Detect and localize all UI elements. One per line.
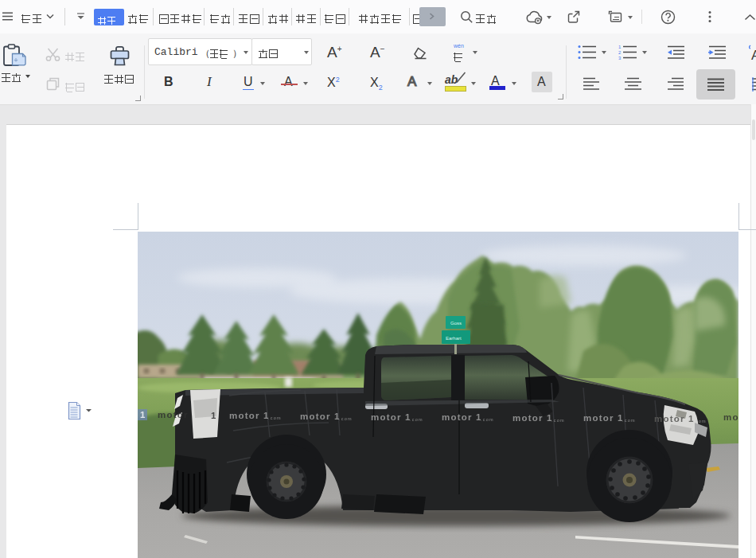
- svg-text:A: A: [751, 48, 756, 61]
- svg-text:.com: .com: [693, 419, 707, 423]
- svg-text:2: 2: [618, 50, 622, 55]
- svg-text:motor 1: motor 1: [300, 412, 341, 421]
- svg-text:motor: motor: [158, 410, 189, 419]
- svg-text:motor 1: motor 1: [442, 412, 482, 422]
- svg-text:.com: .com: [339, 416, 353, 421]
- svg-text:Goss: Goss: [450, 321, 462, 326]
- svg-text:.com: .com: [481, 417, 494, 422]
- svg-text:motor 1: motor 1: [512, 413, 553, 423]
- svg-text:3: 3: [618, 56, 622, 60]
- svg-text:motor 1: motor 1: [229, 411, 270, 420]
- svg-text:.com: .com: [551, 418, 565, 423]
- svg-text:.com: .com: [410, 417, 423, 422]
- svg-text:1: 1: [211, 411, 217, 420]
- svg-text:Earhart: Earhart: [446, 336, 462, 341]
- svg-text:1: 1: [618, 45, 622, 49]
- svg-text:motor 1: motor 1: [583, 413, 624, 423]
- svg-text:motor 1: motor 1: [371, 412, 411, 422]
- svg-text:motor 1: motor 1: [654, 414, 695, 423]
- svg-text:.com: .com: [268, 416, 282, 420]
- svg-text:.com: .com: [622, 418, 636, 423]
- svg-text:1: 1: [140, 410, 146, 419]
- svg-text:mo: mo: [723, 412, 738, 422]
